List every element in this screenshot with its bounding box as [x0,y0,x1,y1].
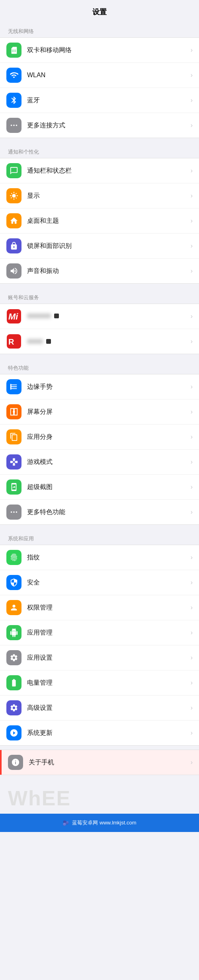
redmi-account-name-blurred [27,339,43,344]
desktop-label: 桌面和主题 [27,217,188,225]
item-advanced-settings[interactable]: 高级设置 › [0,696,199,721]
svg-point-11 [16,511,18,513]
mi-account-dot [54,314,59,318]
item-app-clone[interactable]: 应用分身 › [0,425,199,450]
whee-area: WhEE [0,779,199,814]
mi-account-name-blurred [27,314,51,318]
permissions-chevron: › [191,604,193,611]
fingerprint-label: 指纹 [27,553,188,562]
section-account-header: 账号和云服务 [0,288,199,304]
about-phone-icon [8,755,23,770]
section-special-list: 边缘手势 › 屏幕分屏 › 应用分身 › 游戏模式 › [0,374,199,525]
sim-icon [6,43,21,58]
app-settings-chevron: › [191,654,193,661]
advanced-settings-chevron: › [191,704,193,711]
item-display[interactable]: 显示 › [0,183,199,208]
item-about-phone[interactable]: 关于手机 › [0,750,199,775]
item-bluetooth[interactable]: 蓝牙 › [0,88,199,113]
wifi-icon [6,68,21,83]
security-chevron: › [191,579,193,586]
more-connection-label: 更多连接方式 [27,121,188,130]
item-system-update[interactable]: 系统更新 › [0,721,199,745]
sound-chevron: › [191,267,193,275]
section-about: 关于手机 › [0,750,199,775]
game-mode-icon [6,454,21,470]
battery-icon [6,675,21,690]
app-management-icon [6,625,21,640]
gap-3 [0,354,199,358]
system-update-chevron: › [191,729,193,736]
section-account-list: Mi › R [0,304,199,354]
sim-chevron: › [191,47,193,54]
item-edge-gesture[interactable]: 边缘手势 › [0,374,199,399]
section-notification-list: 通知栏和状态栏 › 显示 › 桌面和主题 › 锁屏和面部识别 › [0,158,199,284]
section-special: 特色功能 边缘手势 › 屏幕分屏 › 应用分身 › [0,358,199,525]
edge-gesture-chevron: › [191,383,193,390]
game-mode-label: 游戏模式 [27,458,188,466]
display-icon [6,188,21,203]
item-screenshot[interactable]: 超级截图 › [0,475,199,500]
lockscreen-icon [6,238,21,253]
section-system: 系统和应用 指纹 › 安全 › 权限管理 › 应 [0,529,199,746]
svg-text:Mi: Mi [8,312,18,321]
gap-6 [0,775,199,779]
section-network-list: 双卡和移动网络 › WLAN › 蓝牙 › 更多连接方式 › [0,37,199,138]
item-lockscreen[interactable]: 锁屏和面部识别 › [0,234,199,259]
advanced-settings-icon [6,700,21,715]
sound-label: 声音和振动 [27,267,188,275]
item-sim[interactable]: 双卡和移动网络 › [0,38,199,63]
split-screen-label: 屏幕分屏 [27,408,188,416]
section-notification: 通知和个性化 通知栏和状态栏 › 显示 › 桌面和主题 › [0,142,199,284]
screenshot-label: 超级截图 [27,483,188,491]
item-battery[interactable]: 电量管理 › [0,670,199,696]
item-app-management[interactable]: 应用管理 › [0,620,199,645]
battery-label: 电量管理 [27,679,188,687]
item-game-mode[interactable]: 游戏模式 › [0,450,199,475]
wlan-label: WLAN [27,72,188,79]
section-system-list: 指纹 › 安全 › 权限管理 › 应用管理 › [0,545,199,746]
item-mi-account[interactable]: Mi › [0,304,199,329]
advanced-settings-label: 高级设置 [27,704,188,712]
section-notification-header: 通知和个性化 [0,142,199,158]
svg-point-1 [13,125,15,126]
app-management-chevron: › [191,629,193,636]
item-permissions[interactable]: 权限管理 › [0,595,199,620]
screenshot-chevron: › [191,483,193,491]
display-chevron: › [191,192,193,199]
item-split-screen[interactable]: 屏幕分屏 › [0,399,199,425]
item-notification-bar[interactable]: 通知栏和状态栏 › [0,158,199,183]
watermark-text: 蓝莓安卓网 www.lmkjst.com [72,819,136,826]
section-special-header: 特色功能 [0,358,199,374]
gap-2 [0,284,199,288]
game-mode-chevron: › [191,458,193,466]
item-wlan[interactable]: WLAN › [0,63,199,88]
redmi-account-dot [46,339,51,344]
more-connection-chevron: › [191,122,193,129]
bluetooth-label: 蓝牙 [27,96,188,105]
svg-point-9 [11,511,12,513]
item-security[interactable]: 安全 › [0,570,199,595]
item-more-connection[interactable]: 更多连接方式 › [0,113,199,138]
lockscreen-chevron: › [191,242,193,249]
security-icon [6,575,21,590]
desktop-icon [6,213,21,228]
gap-4 [0,525,199,529]
svg-text:R: R [8,337,14,346]
watermark-logo: 🫐 [62,820,69,826]
item-more-features[interactable]: 更多特色功能 › [0,500,199,524]
item-app-settings[interactable]: 应用设置 › [0,645,199,670]
about-phone-label: 关于手机 [29,758,188,767]
about-phone-chevron: › [191,759,193,766]
item-sound[interactable]: 声音和振动 › [0,259,199,283]
item-fingerprint[interactable]: 指纹 › [0,545,199,570]
sim-label: 双卡和移动网络 [27,46,188,55]
item-redmi-account[interactable]: R › [0,329,199,354]
svg-point-2 [16,125,18,126]
bluetooth-chevron: › [191,97,193,104]
redmi-account-icon: R [6,334,21,349]
notification-bar-label: 通知栏和状态栏 [27,167,188,175]
more-connection-icon [6,118,21,133]
sound-icon [6,263,21,279]
item-desktop[interactable]: 桌面和主题 › [0,208,199,234]
notification-bar-chevron: › [191,167,193,174]
